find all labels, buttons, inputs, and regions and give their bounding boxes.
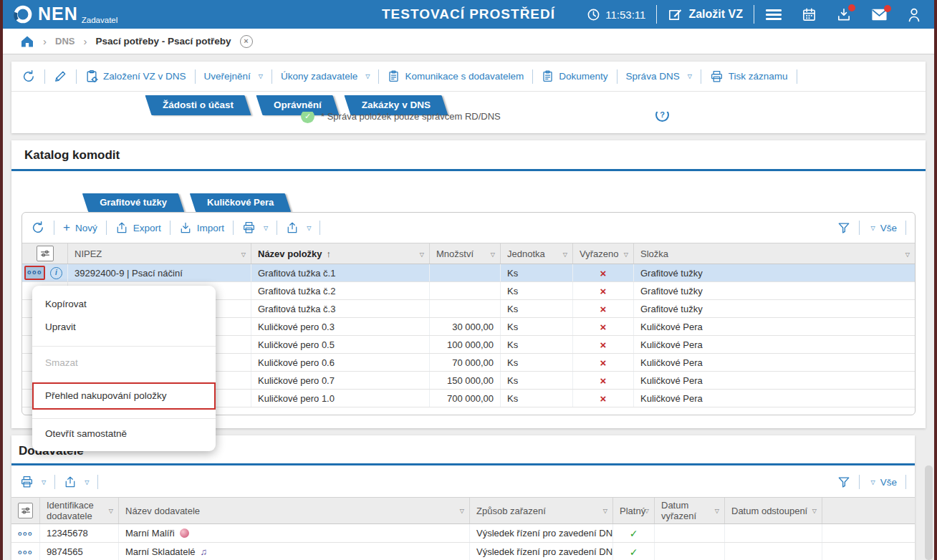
tab-vse[interactable]: Vše bbox=[29, 193, 74, 212]
menu-item-otevrit-samostatne[interactable]: Otevřít samostatně bbox=[32, 423, 216, 444]
filter-preset-select[interactable]: ▽ Vše bbox=[868, 223, 897, 233]
cell-nazev: Kuličkové pero 0.7 bbox=[251, 372, 430, 389]
profile-button[interactable] bbox=[907, 7, 921, 22]
inbox-button[interactable] bbox=[836, 7, 852, 22]
breadcrumb-separator bbox=[83, 35, 87, 48]
export-icon bbox=[64, 475, 77, 488]
divider bbox=[754, 5, 754, 24]
column-header-datum-odstoupeni[interactable]: Datum odstoupení bbox=[725, 498, 822, 523]
home-icon[interactable] bbox=[20, 34, 34, 48]
import-icon bbox=[179, 221, 192, 234]
tab-kulickove-pera[interactable]: Kuličkové Pera bbox=[193, 193, 288, 212]
new-item-button[interactable]: + Nový bbox=[63, 221, 97, 235]
cell-mnozstvi: 30 000,00 bbox=[430, 318, 501, 335]
filter-preset-select[interactable]: ▽ Vše bbox=[868, 477, 897, 488]
column-header-jednotka[interactable]: Jednotka bbox=[501, 243, 573, 264]
pencil-icon bbox=[54, 69, 67, 83]
chevron-down-icon: ▽ bbox=[365, 73, 370, 79]
clock-icon bbox=[587, 8, 600, 21]
table-row[interactable]: ooo i 39292400-9 | Psací náčiní Grafitov… bbox=[22, 264, 915, 282]
cell-jednotka: Ks bbox=[501, 264, 573, 281]
menu-item-kopirovat[interactable]: Kopírovat bbox=[32, 294, 216, 314]
info-icon[interactable]: i bbox=[50, 267, 62, 279]
cell-mnozstvi: 100 000,00 bbox=[430, 336, 501, 353]
action-uverejneni[interactable]: Uveřejnění▽ bbox=[204, 71, 263, 82]
refresh-button[interactable] bbox=[21, 69, 36, 84]
excluded-x-icon: × bbox=[573, 372, 634, 389]
import-button[interactable]: Import bbox=[179, 221, 224, 234]
column-header-identifikace[interactable]: Identifikace dodavatele bbox=[40, 498, 119, 523]
funnel-icon bbox=[837, 475, 850, 488]
menu-button[interactable] bbox=[765, 8, 782, 21]
cell-datum-odstoupeni bbox=[725, 524, 822, 542]
action-ukony-zadavatele[interactable]: Úkony zadavatele▽ bbox=[281, 71, 370, 82]
print-menu-button[interactable]: ▽ bbox=[242, 221, 268, 234]
chevron-down-icon: ▽ bbox=[85, 479, 89, 486]
table-row[interactable]: ooo 12345678 Marní Malíři Výsledek řízen… bbox=[11, 524, 915, 543]
action-sprava-dns[interactable]: Správa DNS▽ bbox=[626, 71, 692, 82]
cell-jednotka: Ks bbox=[501, 336, 573, 353]
column-header-zpusob[interactable]: Způsob zařazení bbox=[470, 498, 613, 523]
sort-asc-icon: ↑ bbox=[327, 248, 332, 259]
breadcrumb-dns[interactable]: DNS bbox=[55, 36, 75, 47]
share-menu-button[interactable]: ▽ bbox=[286, 221, 311, 234]
menu-item-smazat: Smazat bbox=[32, 352, 216, 373]
cell-jednotka: Ks bbox=[501, 282, 573, 299]
cell-nazev: Grafitová tužka č.1 bbox=[251, 264, 430, 281]
menu-item-upravit[interactable]: Upravit bbox=[32, 317, 216, 337]
action-zalozeni-vz-dns[interactable]: Založení VZ v DNS bbox=[85, 69, 186, 83]
column-header-slozka[interactable]: Složka bbox=[634, 243, 915, 264]
clipped-form-row: ✓ * Správa položek pouze správcem RD/DNS… bbox=[11, 112, 926, 128]
column-settings-button[interactable] bbox=[18, 503, 33, 518]
cell-datum-vyrazeni bbox=[655, 543, 725, 560]
table-row[interactable]: ooo 9874565 Marní Skladatelé Výsledek ří… bbox=[11, 543, 915, 560]
excluded-x-icon: × bbox=[573, 300, 634, 317]
column-header-mnozstvi[interactable]: Množství bbox=[430, 243, 501, 264]
edit-button[interactable] bbox=[54, 69, 67, 83]
action-komunikace[interactable]: Komunikace s dodavatelem bbox=[388, 69, 524, 83]
palette-icon bbox=[180, 528, 189, 538]
column-header-datum-vyrazeni[interactable]: Datum vyřazení bbox=[655, 498, 725, 523]
cell-nazev: Kuličkové pero 1.0 bbox=[251, 390, 430, 407]
excluded-x-icon: × bbox=[573, 318, 634, 335]
katalog-table-header: NIPEZ Název položky↑ Množství Jednotka V… bbox=[22, 243, 915, 264]
refresh-button[interactable] bbox=[31, 221, 45, 235]
sliders-icon bbox=[20, 505, 32, 516]
plus-icon: + bbox=[63, 221, 70, 235]
column-header-vyrazeno[interactable]: Vyřazeno bbox=[573, 243, 634, 264]
vertical-scrollbar[interactable] bbox=[925, 465, 933, 560]
filter-button[interactable] bbox=[837, 475, 850, 488]
menu-item-prehled-nakupovani[interactable]: Přehled nakupování položky bbox=[32, 382, 216, 410]
create-vz-button[interactable]: Založit VZ bbox=[668, 7, 743, 22]
cell-slozka: Kuličkové Pera bbox=[634, 318, 915, 335]
tab-grafitove-tuzky[interactable]: Grafitové tužky bbox=[85, 193, 181, 212]
row-menu-button[interactable]: ooo bbox=[18, 530, 33, 537]
help-icon[interactable]: ? bbox=[655, 112, 669, 122]
action-dokumenty[interactable]: Dokumenty bbox=[542, 69, 607, 83]
row-menu-button[interactable]: ooo bbox=[24, 266, 45, 280]
calendar-button[interactable] bbox=[802, 7, 817, 22]
export-button[interactable]: Export bbox=[115, 221, 161, 234]
filter-button[interactable] bbox=[837, 221, 850, 234]
excluded-x-icon: × bbox=[573, 336, 634, 353]
messages-button[interactable] bbox=[871, 8, 888, 21]
close-record-icon[interactable]: × bbox=[240, 35, 253, 48]
row-menu-button[interactable]: ooo bbox=[18, 549, 33, 556]
cell-mnozstvi bbox=[430, 282, 501, 299]
column-header-nazev[interactable]: Název položky↑ bbox=[251, 243, 430, 264]
cell-nazev-dodavatele: Marní Skladatelé bbox=[119, 543, 470, 560]
action-tisk-zaznamu[interactable]: Tisk záznamu bbox=[710, 70, 788, 83]
column-settings-button[interactable] bbox=[37, 246, 54, 261]
print-menu-button[interactable]: ▽ bbox=[20, 475, 46, 488]
cell-slozka: Kuličkové Pera bbox=[634, 336, 915, 353]
column-header-nipez[interactable]: NIPEZ bbox=[68, 243, 251, 264]
column-header-nazev-dodavatele[interactable]: Název dodavatele bbox=[119, 498, 470, 523]
section-divider bbox=[11, 463, 915, 465]
column-header-platny[interactable]: Platný bbox=[613, 498, 655, 523]
breadcrumb-current[interactable]: Psací potřeby - Psací potřeby bbox=[95, 36, 231, 47]
cell-nazev-dodavatele: Marní Malíři bbox=[119, 524, 470, 542]
window-edge-left bbox=[0, 0, 3, 560]
printer-icon bbox=[242, 221, 256, 234]
share-menu-button[interactable]: ▽ bbox=[64, 475, 89, 488]
cell-identifikace: 12345678 bbox=[40, 524, 119, 542]
